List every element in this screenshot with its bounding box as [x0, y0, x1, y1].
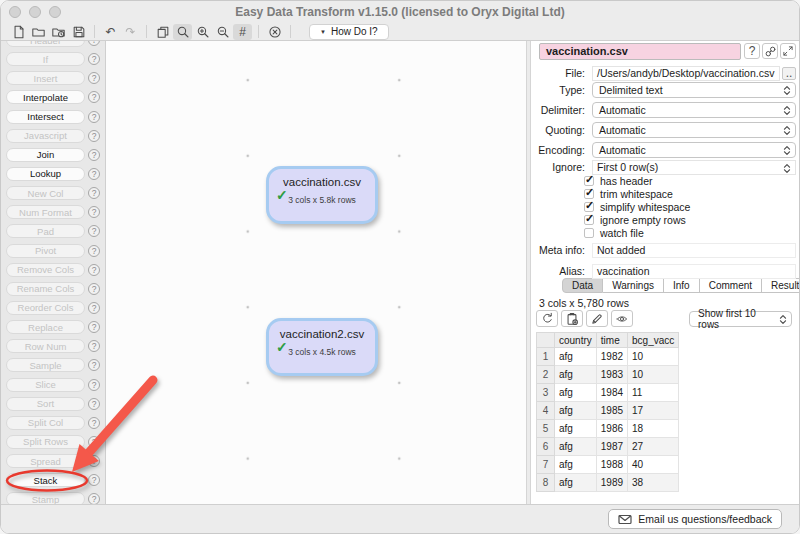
sidebar-item-lookup[interactable]: Lookup	[6, 167, 85, 181]
how-do-i-button[interactable]: ▼How Do I?	[309, 24, 389, 40]
table-cell[interactable]: afg	[555, 366, 597, 384]
encoding-select[interactable]: Automatic	[592, 142, 796, 158]
table-cell[interactable]: 1982	[596, 348, 627, 366]
table-row[interactable]: 5afg198618	[537, 420, 679, 438]
table-cell[interactable]: 1988	[596, 456, 627, 474]
preview-button[interactable]	[611, 310, 633, 327]
show-rows-select[interactable]: Show first 10 rows	[689, 311, 792, 327]
help-icon[interactable]: ?	[88, 436, 100, 448]
help-icon[interactable]: ?	[88, 130, 100, 142]
checkbox-watch-file[interactable]: watch file	[584, 227, 644, 239]
table-row[interactable]: 6afg198727	[537, 438, 679, 456]
table-row[interactable]: 3afg198411	[537, 384, 679, 402]
feedback-button[interactable]: Email us questions/feedback	[608, 509, 782, 529]
table-cell[interactable]: 17	[628, 402, 679, 420]
type-select[interactable]: Delimited text	[592, 82, 796, 98]
help-icon[interactable]: ?	[88, 168, 100, 180]
tab-comment[interactable]: Comment	[700, 278, 762, 293]
help-icon[interactable]: ?	[88, 455, 100, 467]
help-icon[interactable]: ?	[88, 53, 100, 65]
table-cell[interactable]: afg	[555, 474, 597, 492]
file-field[interactable]: /Users/andyb/Desktop/vaccination.csv	[592, 66, 780, 81]
help-icon[interactable]: ?	[88, 417, 100, 429]
table-cell[interactable]: 1989	[596, 474, 627, 492]
sidebar-item-interpolate[interactable]: Interpolate	[6, 90, 85, 104]
edit-button[interactable]	[586, 310, 608, 327]
tab-warnings[interactable]: Warnings	[603, 278, 664, 293]
refresh-button[interactable]	[536, 310, 558, 327]
dataset-node-vaccination2[interactable]: ✓ vaccination2.csv 3 cols x 4.5k rows	[266, 318, 378, 376]
help-icon[interactable]: ?	[88, 41, 100, 46]
table-cell[interactable]: afg	[555, 456, 597, 474]
quoting-select[interactable]: Automatic	[592, 122, 796, 138]
table-cell[interactable]: 38	[628, 474, 679, 492]
table-row[interactable]: 1afg198210	[537, 348, 679, 366]
help-icon[interactable]: ?	[88, 206, 100, 218]
help-icon[interactable]: ?	[88, 187, 100, 199]
table-cell[interactable]: afg	[555, 420, 597, 438]
table-row[interactable]: 4afg198517	[537, 402, 679, 420]
open-recent-button[interactable]	[49, 24, 68, 40]
tab-results[interactable]: Results	[762, 278, 799, 293]
zoom-window-button[interactable]	[49, 6, 61, 18]
table-cell[interactable]: 18	[628, 420, 679, 438]
table-cell[interactable]: 10	[628, 348, 679, 366]
help-icon[interactable]: ?	[88, 149, 100, 161]
help-icon[interactable]: ?	[88, 474, 100, 486]
grid-toggle-button[interactable]: #	[233, 24, 252, 40]
zoom-out-button[interactable]	[213, 24, 232, 40]
copy-to-clipboard-button[interactable]	[561, 310, 583, 327]
sidebar-item-join[interactable]: Join	[6, 148, 85, 162]
tab-info[interactable]: Info	[664, 278, 700, 293]
open-file-button[interactable]	[29, 24, 48, 40]
help-icon[interactable]: ?	[88, 72, 100, 84]
table-cell[interactable]: afg	[555, 348, 597, 366]
checkbox-simplify-whitespace[interactable]: ✓simplify whitespace	[584, 201, 690, 213]
help-button[interactable]: ?	[744, 43, 760, 59]
table-cell[interactable]: 40	[628, 456, 679, 474]
help-icon[interactable]: ?	[88, 225, 100, 237]
ignore-field[interactable]: First 0 row(s)	[592, 160, 796, 175]
column-header-country[interactable]: country	[555, 333, 597, 348]
help-icon[interactable]: ?	[88, 359, 100, 371]
delimiter-select[interactable]: Automatic	[592, 102, 796, 118]
dataset-node-vaccination[interactable]: ✓ vaccination.csv 3 cols x 5.8k rows	[266, 166, 378, 224]
table-cell[interactable]: 11	[628, 384, 679, 402]
table-row[interactable]: 2afg198310	[537, 366, 679, 384]
tab-data[interactable]: Data	[562, 278, 603, 293]
remove-item-button[interactable]	[265, 24, 284, 40]
checkbox-has-header[interactable]: ✓has header	[584, 175, 653, 187]
sidebar-item-intersect[interactable]: Intersect	[6, 110, 85, 124]
browse-file-button[interactable]: ..	[782, 67, 796, 80]
sidebar-item-stack[interactable]: Stack	[6, 473, 85, 487]
close-window-button[interactable]	[9, 6, 21, 18]
column-header-bcg-vacc[interactable]: bcg_vacc	[628, 333, 679, 348]
help-icon[interactable]: ?	[88, 264, 100, 276]
help-icon[interactable]: ?	[88, 340, 100, 352]
meta-info-field[interactable]: Not added	[592, 243, 796, 258]
help-icon[interactable]: ?	[88, 379, 100, 391]
table-cell[interactable]: afg	[555, 438, 597, 456]
zoom-in-button[interactable]	[193, 24, 212, 40]
help-icon[interactable]: ?	[88, 111, 100, 123]
save-button[interactable]	[69, 24, 88, 40]
help-icon[interactable]: ?	[88, 302, 100, 314]
checkbox-trim-whitespace[interactable]: ✓trim whitespace	[584, 188, 673, 200]
workflow-canvas[interactable]: ✓ vaccination.csv 3 cols x 5.8k rows ✓ v…	[106, 41, 526, 504]
table-cell[interactable]: 1986	[596, 420, 627, 438]
help-icon[interactable]: ?	[88, 398, 100, 410]
help-icon[interactable]: ?	[88, 283, 100, 295]
table-row[interactable]: 7afg198840	[537, 456, 679, 474]
table-cell[interactable]: 10	[628, 366, 679, 384]
table-cell[interactable]: 27	[628, 438, 679, 456]
node-name-field[interactable]: vaccination.csv	[539, 43, 741, 60]
undo-button[interactable]: ↶	[101, 24, 120, 40]
table-cell[interactable]: 1985	[596, 402, 627, 420]
alias-field[interactable]: vaccination	[592, 264, 796, 279]
help-icon[interactable]: ?	[88, 493, 100, 504]
expand-button[interactable]	[780, 43, 796, 59]
link-button[interactable]	[762, 43, 778, 59]
minimize-window-button[interactable]	[29, 6, 41, 18]
table-cell[interactable]: 1984	[596, 384, 627, 402]
new-file-button[interactable]	[9, 24, 28, 40]
